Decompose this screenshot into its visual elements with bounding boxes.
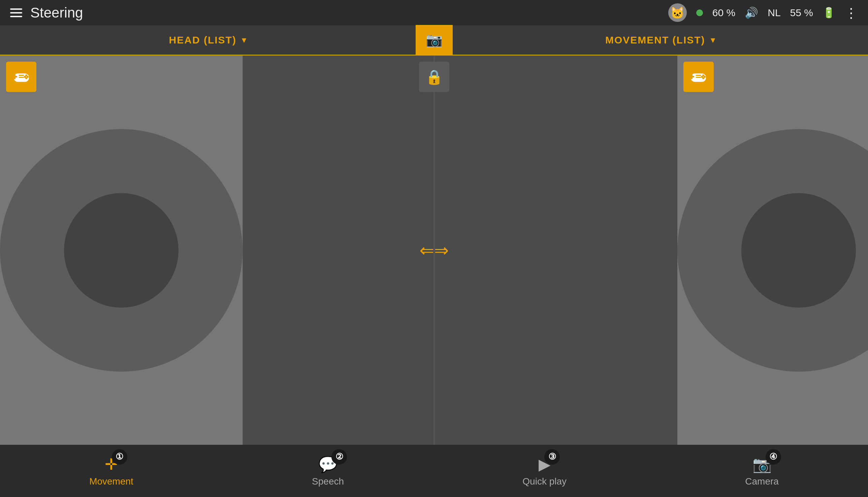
top-bar-right: 🐱 60 % 🔊 NL 55 % 🔋 ⋮: [668, 3, 858, 22]
tab-movement-list-label: MOVEMENT (LIST) ▾: [605, 34, 715, 46]
panel-left: [0, 56, 243, 445]
battery-icon: 🔋: [823, 7, 835, 18]
nav-item-quickplay[interactable]: ▶ ③ Quick play: [522, 455, 566, 487]
lock-button-container: 🔒: [419, 62, 449, 92]
quickplay-badge: ③: [544, 449, 560, 465]
svg-rect-16: [696, 75, 701, 76]
joystick-right-inner: [741, 193, 856, 308]
svg-point-14: [702, 74, 704, 76]
panel-right: [677, 56, 868, 445]
tab-movement-chevron-icon: ▾: [711, 36, 715, 45]
movement-badge: ①: [112, 449, 127, 465]
movement-label: Movement: [89, 476, 133, 487]
nav-item-movement[interactable]: ✛ ① Movement: [89, 455, 133, 487]
swap-right-arrow-icon: ⇒: [434, 240, 449, 260]
svg-point-15: [702, 77, 704, 79]
tab-camera-center[interactable]: 📷: [416, 25, 453, 55]
top-bar-left: Steering: [10, 5, 83, 21]
camera-label: Camera: [745, 476, 779, 487]
svg-point-5: [25, 74, 27, 76]
gamepad-button-right[interactable]: [683, 62, 714, 92]
joystick-left-inner: [64, 193, 178, 308]
tab-head-list[interactable]: HEAD (LIST) ▾: [0, 25, 416, 55]
battery-percentage: 60 %: [712, 7, 735, 18]
nav-item-camera[interactable]: 📷 ④ Camera: [745, 455, 779, 487]
svg-rect-2: [14, 74, 15, 79]
robot-face-icon: 🐱: [670, 6, 684, 19]
tab-movement-list[interactable]: MOVEMENT (LIST) ▾: [453, 25, 868, 55]
volume-icon: 🔊: [745, 6, 758, 19]
top-bar: Steering 🐱 60 % 🔊 NL 55 % 🔋 ⋮: [0, 0, 868, 25]
robot-avatar: 🐱: [668, 3, 687, 22]
quickplay-label: Quick play: [522, 476, 566, 487]
svg-point-6: [25, 77, 27, 79]
camera-badge: ④: [766, 449, 781, 465]
svg-rect-11: [691, 74, 693, 79]
swap-arrows[interactable]: ⇒ ⇒: [419, 240, 449, 260]
tab-head-list-label: HEAD (LIST) ▾: [169, 34, 247, 46]
svg-rect-8: [19, 77, 24, 78]
connection-status-dot: [696, 10, 703, 16]
lock-icon: 🔒: [425, 69, 443, 85]
joystick-right[interactable]: [677, 129, 868, 372]
gamepad-icon-left: [12, 70, 31, 84]
swap-left-arrow-icon: ⇒: [419, 240, 434, 260]
speech-badge: ②: [331, 449, 347, 465]
app-title: Steering: [30, 5, 83, 21]
svg-rect-17: [696, 77, 701, 78]
tab-bar: HEAD (LIST) ▾ 📷 MOVEMENT (LIST) ▾: [0, 25, 868, 56]
hamburger-menu-icon[interactable]: [10, 9, 22, 17]
speech-label: Speech: [312, 476, 344, 487]
more-options-icon[interactable]: ⋮: [844, 5, 858, 20]
camera-tab-icon: 📷: [426, 32, 443, 48]
svg-rect-7: [19, 75, 24, 76]
nav-item-speech[interactable]: 💬 ② Speech: [312, 455, 344, 487]
bottom-nav: ✛ ① Movement 💬 ② Speech ▶ ③ Quick play 📷…: [0, 445, 868, 497]
gamepad-icon-right: [689, 70, 708, 84]
tab-head-chevron-icon: ▾: [242, 36, 247, 45]
language-badge: NL: [768, 7, 780, 18]
main-content: 🔒 ⇒ ⇒: [0, 56, 868, 445]
joystick-left[interactable]: [0, 129, 243, 372]
lock-button[interactable]: 🔒: [419, 62, 449, 92]
gamepad-button-left[interactable]: [6, 62, 37, 92]
battery-percentage-2: 55 %: [790, 7, 813, 18]
